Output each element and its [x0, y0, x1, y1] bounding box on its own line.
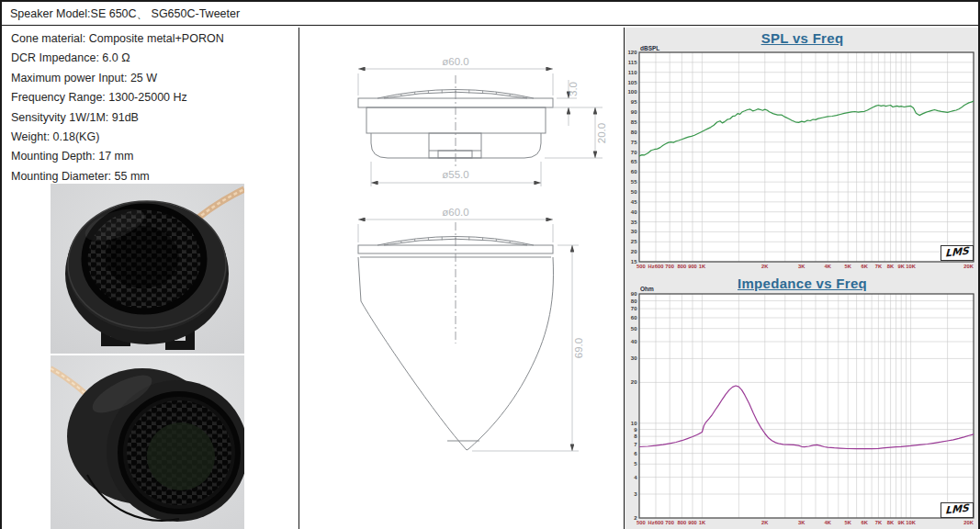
spl-chart: 1201151101051009590858075706560555045403… [625, 28, 980, 274]
x-tick-label: 20K [963, 520, 974, 525]
x-tick-label: 800 [678, 520, 687, 525]
y-tick-label: 100 [627, 89, 637, 95]
x-tick-label: 4K [824, 264, 831, 269]
datasheet-page: Speaker Model:SE 650C、 SG650C-Tweeter Co… [0, 0, 980, 529]
plot-area [639, 294, 974, 518]
y-tick-label: 7 [634, 442, 637, 447]
x-tick-label: 20K [963, 264, 974, 269]
y-tick-label: 10 [631, 421, 637, 426]
dim-top-diameter: ø60.0 [442, 207, 468, 218]
x-tick-label: 8K [887, 264, 895, 269]
spec-sensitivity: Sensityvity 1W/1M: 91dB [11, 108, 291, 128]
x-tick-label: 500 [636, 264, 646, 269]
y-tick-label: 85 [631, 119, 637, 125]
plot-area [639, 52, 974, 262]
y-tick-label: 5 [634, 461, 637, 467]
x-tick-label: 5K [844, 264, 851, 269]
y-tick-label: 8 [634, 433, 637, 439]
spec-list: Cone material: Composite metal+PORON DCR… [11, 29, 291, 186]
x-tick-label: 1K [699, 520, 706, 525]
charts-panel: SPL vs Freq dBSPL 1201151101051009590858… [624, 28, 980, 529]
y-tick-label: 90 [631, 109, 637, 115]
y-tick-label: 120 [627, 50, 637, 55]
technical-drawings-panel: ø60.0 ø55.0 3.0 20.0 [299, 28, 624, 529]
x-tick-label: 4K [824, 520, 831, 525]
x-tick-label: 10K [906, 264, 916, 269]
x-tick-label: 3K [798, 264, 805, 269]
y-tick-label: 30 [631, 355, 637, 361]
y-tick-label: 40 [631, 339, 637, 344]
x-tick-label: 6K [861, 520, 868, 525]
x-tick-label: 500 [636, 520, 646, 525]
spec-mounting-depth: Mounting Depth: 17 mm [11, 147, 291, 166]
impedance-chart: 90807060504030201098765432500Hz600700800… [625, 274, 980, 529]
y-tick-label: 90 [631, 291, 637, 297]
product-photo-top-view [51, 184, 244, 354]
page-title: Speaker Model:SE 650C、 SG650C-Tweeter [2, 2, 978, 26]
tweeter-top-photo-image [51, 184, 244, 354]
y-tick-label: 6 [634, 451, 637, 456]
y-tick-label: 110 [628, 70, 637, 75]
tweeter-angle-photo-image [51, 355, 244, 529]
dim-total-height: 69.0 [573, 338, 584, 358]
y-tick-label: 30 [631, 229, 637, 234]
dimension-drawings: ø60.0 ø55.0 3.0 20.0 [299, 28, 624, 529]
drawing-cone-view-dimensions [358, 219, 579, 451]
drawing-side-view-dimensions [358, 69, 603, 186]
y-tick-label: 70 [631, 306, 637, 311]
x-tick-label: 800 [678, 264, 687, 269]
y-tick-label: 105 [627, 80, 637, 85]
x-tick-label: 900 [688, 264, 697, 269]
lms-watermark: LMS [941, 502, 974, 518]
x-tick-label: 9K [897, 264, 905, 269]
dim-top-diameter: ø60.0 [442, 56, 468, 67]
y-tick-label: 60 [631, 315, 637, 321]
y-tick-label: 80 [631, 129, 637, 135]
x-tick-label: 2K [761, 520, 769, 525]
spec-frequency-range: Frequency Range: 1300-25000 Hz [11, 88, 291, 107]
y-tick-label: 60 [631, 169, 637, 174]
lms-watermark: LMS [941, 245, 974, 261]
y-tick-label: 70 [631, 150, 637, 155]
y-tick-label: 35 [631, 219, 637, 225]
x-tick-label: 5K [844, 520, 851, 525]
dim-bottom-diameter: ø55.0 [442, 169, 468, 180]
y-tick-label: 115 [628, 60, 637, 65]
y-tick-label: 20 [631, 379, 637, 385]
y-tick-label: 20 [631, 249, 637, 254]
x-tick-label: 700 [665, 264, 674, 269]
product-photo-angle-view [51, 355, 244, 529]
x-tick-label: 900 [688, 520, 697, 525]
drawing-cone-view [358, 222, 553, 450]
y-tick-label: 40 [631, 209, 637, 215]
x-tick-label: 3K [798, 520, 805, 525]
dim-flange-thickness: 3.0 [568, 82, 579, 96]
y-tick-label: 4 [634, 475, 637, 480]
y-tick-label: 45 [631, 199, 637, 205]
cone-view-dim-labels: ø60.0 69.0 [442, 207, 584, 358]
x-tick-label: 7K [875, 264, 883, 269]
x-tick-label: 7K [875, 520, 883, 525]
x-tick-label: 8K [887, 520, 895, 525]
x-tick-label: 2K [761, 264, 769, 269]
dim-mounting-height: 20.0 [596, 123, 607, 143]
y-tick-label: 3 [634, 491, 637, 497]
drawing-side-view [358, 75, 553, 167]
x-tick-label: Hz600 [648, 264, 664, 269]
y-tick-label: 65 [631, 159, 637, 164]
spec-max-power: Maximum power Input: 25 W [11, 69, 291, 88]
y-tick-label: 9 [634, 427, 637, 433]
y-tick-label: 50 [631, 189, 637, 195]
y-tick-label: 25 [631, 239, 637, 244]
x-tick-label: 9K [897, 520, 905, 525]
y-tick-label: 75 [631, 140, 637, 145]
side-view-dim-labels: ø60.0 ø55.0 3.0 20.0 [442, 56, 607, 180]
x-tick-label: Hz600 [648, 520, 664, 525]
x-tick-label: 10K [906, 520, 916, 525]
y-tick-label: 80 [631, 298, 637, 304]
y-tick-label: 50 [631, 326, 637, 332]
y-tick-label: 55 [631, 179, 637, 185]
x-tick-label: 700 [665, 520, 674, 525]
spec-weight: Weight: 0.18(KG) [11, 128, 291, 147]
spec-dcr-impedance: DCR Impedance: 6.0 Ω [11, 49, 291, 68]
